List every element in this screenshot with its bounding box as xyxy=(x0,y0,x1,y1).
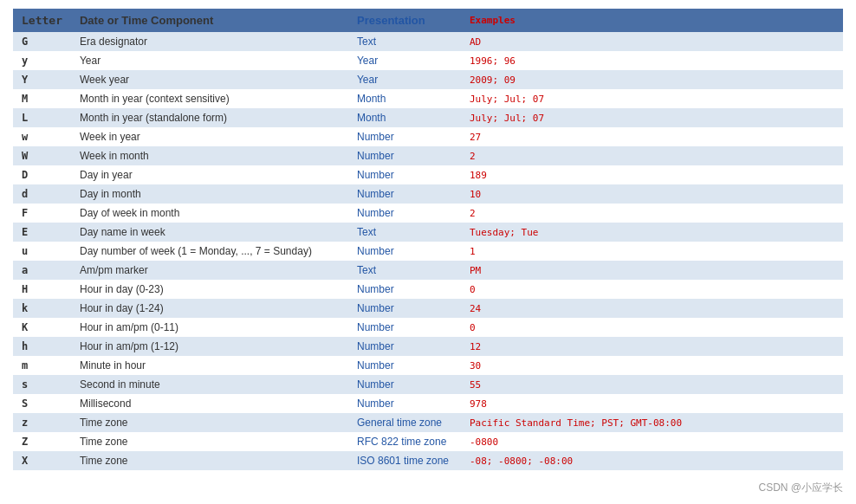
cell-examples: 1 xyxy=(461,242,843,261)
cell-presentation: General time zone xyxy=(348,413,461,432)
cell-examples: 189 xyxy=(461,165,843,184)
cell-letter: k xyxy=(13,299,71,318)
cell-examples: 1996; 96 xyxy=(461,51,843,70)
cell-examples: -08; -0800; -08:00 xyxy=(461,451,843,470)
cell-component: Era designator xyxy=(71,32,348,51)
table-row: sSecond in minuteNumber55 xyxy=(13,375,843,394)
table-row: kHour in day (1-24)Number24 xyxy=(13,299,843,318)
cell-component: Time zone xyxy=(71,413,348,432)
cell-presentation: Number xyxy=(348,337,461,356)
cell-component: Am/pm marker xyxy=(71,261,348,280)
table-row: zTime zoneGeneral time zonePacific Stand… xyxy=(13,413,843,432)
cell-component: Week in month xyxy=(71,146,348,165)
table-row: HHour in day (0-23)Number0 xyxy=(13,280,843,299)
table-row: MMonth in year (context sensitive)MonthJ… xyxy=(13,89,843,108)
date-format-table: Letter Date or Time Component Presentati… xyxy=(13,9,843,470)
cell-examples: -0800 xyxy=(461,432,843,451)
cell-examples: PM xyxy=(461,261,843,280)
cell-letter: X xyxy=(13,451,71,470)
cell-examples: 12 xyxy=(461,337,843,356)
cell-component: Hour in am/pm (0-11) xyxy=(71,318,348,337)
cell-component: Day of week in month xyxy=(71,204,348,223)
cell-letter: G xyxy=(13,32,71,51)
cell-component: Year xyxy=(71,51,348,70)
cell-presentation: Number xyxy=(348,375,461,394)
cell-letter: F xyxy=(13,204,71,223)
cell-examples: 27 xyxy=(461,127,843,146)
header-letter: Letter xyxy=(13,9,71,32)
cell-presentation: Number xyxy=(348,356,461,375)
cell-component: Hour in day (1-24) xyxy=(71,299,348,318)
cell-presentation: Number xyxy=(348,299,461,318)
table-row: KHour in am/pm (0-11)Number0 xyxy=(13,318,843,337)
cell-letter: Y xyxy=(13,70,71,89)
table-row: SMillisecondNumber978 xyxy=(13,394,843,413)
cell-examples: July; Jul; 07 xyxy=(461,89,843,108)
cell-examples: 0 xyxy=(461,318,843,337)
cell-examples: 978 xyxy=(461,394,843,413)
cell-examples: Tuesday; Tue xyxy=(461,223,843,242)
cell-presentation: Number xyxy=(348,318,461,337)
cell-presentation: ISO 8601 time zone xyxy=(348,451,461,470)
cell-presentation: Number xyxy=(348,280,461,299)
table-row: YWeek yearYear2009; 09 xyxy=(13,70,843,89)
cell-presentation: RFC 822 time zone xyxy=(348,432,461,451)
cell-letter: z xyxy=(13,413,71,432)
cell-letter: y xyxy=(13,51,71,70)
cell-letter: W xyxy=(13,146,71,165)
table-row: LMonth in year (standalone form)MonthJul… xyxy=(13,108,843,127)
cell-component: Day in year xyxy=(71,165,348,184)
cell-letter: s xyxy=(13,375,71,394)
table-row: DDay in yearNumber189 xyxy=(13,165,843,184)
cell-presentation: Year xyxy=(348,70,461,89)
cell-examples: Pacific Standard Time; PST; GMT-08:00 xyxy=(461,413,843,432)
cell-letter: L xyxy=(13,108,71,127)
cell-letter: w xyxy=(13,127,71,146)
cell-presentation: Number xyxy=(348,394,461,413)
table-row: wWeek in yearNumber27 xyxy=(13,127,843,146)
cell-component: Day number of week (1 = Monday, ..., 7 =… xyxy=(71,242,348,261)
header-component: Date or Time Component xyxy=(71,9,348,32)
cell-examples: 2 xyxy=(461,146,843,165)
cell-presentation: Number xyxy=(348,184,461,204)
table-container: Letter Date or Time Component Presentati… xyxy=(0,0,856,479)
table-row: ZTime zoneRFC 822 time zone-0800 xyxy=(13,432,843,451)
cell-component: Time zone xyxy=(71,451,348,470)
watermark: CSDN @小应学长 xyxy=(758,481,843,495)
cell-presentation: Text xyxy=(348,32,461,51)
cell-letter: Z xyxy=(13,432,71,451)
cell-examples: 55 xyxy=(461,375,843,394)
cell-examples: AD xyxy=(461,32,843,51)
table-row: WWeek in monthNumber2 xyxy=(13,146,843,165)
cell-presentation: Month xyxy=(348,89,461,108)
table-row: GEra designatorTextAD xyxy=(13,32,843,51)
table-row: EDay name in weekTextTuesday; Tue xyxy=(13,223,843,242)
cell-presentation: Month xyxy=(348,108,461,127)
table-row: hHour in am/pm (1-12)Number12 xyxy=(13,337,843,356)
cell-letter: S xyxy=(13,394,71,413)
cell-component: Time zone xyxy=(71,432,348,451)
cell-letter: m xyxy=(13,356,71,375)
cell-letter: u xyxy=(13,242,71,261)
cell-letter: E xyxy=(13,223,71,242)
cell-component: Minute in hour xyxy=(71,356,348,375)
cell-letter: M xyxy=(13,89,71,108)
table-row: aAm/pm markerTextPM xyxy=(13,261,843,280)
cell-examples: 30 xyxy=(461,356,843,375)
cell-component: Millisecond xyxy=(71,394,348,413)
cell-presentation: Text xyxy=(348,223,461,242)
cell-letter: d xyxy=(13,184,71,204)
cell-presentation: Number xyxy=(348,146,461,165)
cell-component: Month in year (standalone form) xyxy=(71,108,348,127)
cell-component: Day name in week xyxy=(71,223,348,242)
cell-letter: h xyxy=(13,337,71,356)
cell-component: Month in year (context sensitive) xyxy=(71,89,348,108)
cell-examples: 24 xyxy=(461,299,843,318)
cell-examples: 2 xyxy=(461,204,843,223)
cell-examples: July; Jul; 07 xyxy=(461,108,843,127)
header-presentation: Presentation xyxy=(348,9,461,32)
cell-presentation: Number xyxy=(348,242,461,261)
cell-component: Week year xyxy=(71,70,348,89)
cell-examples: 2009; 09 xyxy=(461,70,843,89)
cell-presentation: Number xyxy=(348,165,461,184)
